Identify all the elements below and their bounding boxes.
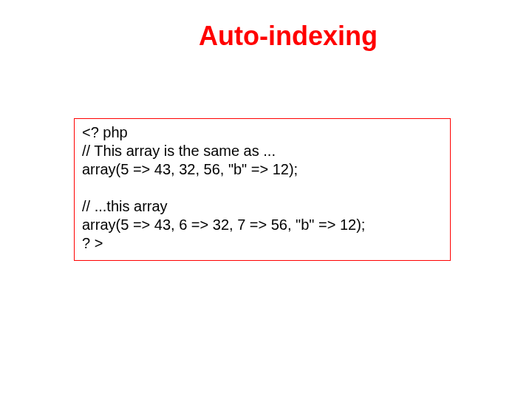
code-line: // This array is the same as ...: [82, 142, 443, 160]
slide-title: Auto-indexing: [22, 21, 532, 52]
blank-line: [82, 179, 443, 197]
code-line: ? >: [82, 234, 443, 253]
code-line: <? php: [82, 123, 443, 142]
code-box: <? php // This array is the same as ... …: [74, 118, 451, 261]
code-line: // ...this array: [82, 197, 443, 216]
slide: Auto-indexing <? php // This array is th…: [0, 0, 532, 399]
code-line: array(5 => 43, 32, 56, "b" => 12);: [82, 160, 443, 179]
code-line: array(5 => 43, 6 => 32, 7 => 56, "b" => …: [82, 216, 443, 234]
